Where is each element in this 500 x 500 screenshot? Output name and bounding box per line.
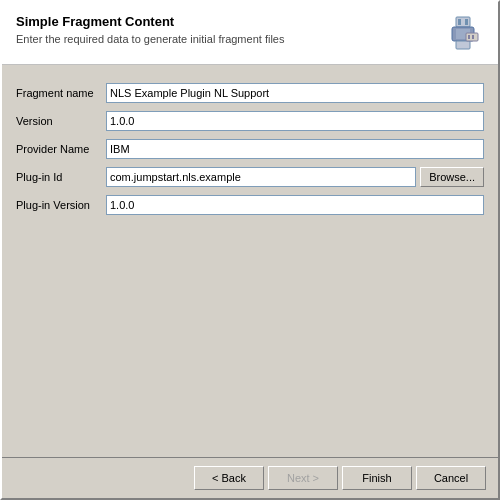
plugin-id-row: Plug-in Id Browse... bbox=[16, 167, 484, 187]
provider-name-input[interactable] bbox=[106, 139, 484, 159]
plugin-icon bbox=[438, 15, 482, 53]
header-icon bbox=[436, 14, 484, 54]
svg-rect-1 bbox=[458, 19, 461, 25]
plugin-version-label: Plug-in Version bbox=[16, 199, 106, 211]
version-input[interactable] bbox=[106, 111, 484, 131]
finish-button[interactable]: Finish bbox=[342, 466, 412, 490]
svg-rect-4 bbox=[456, 41, 470, 49]
provider-name-label: Provider Name bbox=[16, 143, 106, 155]
back-button[interactable]: < Back bbox=[194, 466, 264, 490]
dialog-subtitle: Enter the required data to generate init… bbox=[16, 33, 436, 45]
dialog-footer: < Back Next > Finish Cancel bbox=[2, 457, 498, 498]
version-label: Version bbox=[16, 115, 106, 127]
svg-rect-2 bbox=[465, 19, 468, 25]
plugin-id-label: Plug-in Id bbox=[16, 171, 106, 183]
browse-button[interactable]: Browse... bbox=[420, 167, 484, 187]
fragment-name-label: Fragment name bbox=[16, 87, 106, 99]
header-text: Simple Fragment Content Enter the requir… bbox=[16, 14, 436, 45]
version-row: Version bbox=[16, 111, 484, 131]
svg-rect-7 bbox=[468, 35, 470, 39]
plugin-id-input[interactable] bbox=[106, 167, 416, 187]
fragment-name-input[interactable] bbox=[106, 83, 484, 103]
provider-name-row: Provider Name bbox=[16, 139, 484, 159]
fragment-name-row: Fragment name bbox=[16, 83, 484, 103]
dialog-title: Simple Fragment Content bbox=[16, 14, 436, 29]
dialog-header: Simple Fragment Content Enter the requir… bbox=[2, 2, 498, 65]
form-content: Fragment name Version Provider Name Plug… bbox=[2, 65, 498, 457]
dialog: Simple Fragment Content Enter the requir… bbox=[0, 0, 500, 500]
next-button[interactable]: Next > bbox=[268, 466, 338, 490]
cancel-button[interactable]: Cancel bbox=[416, 466, 486, 490]
plugin-version-row: Plug-in Version bbox=[16, 195, 484, 215]
plugin-version-input[interactable] bbox=[106, 195, 484, 215]
svg-rect-8 bbox=[472, 35, 474, 39]
